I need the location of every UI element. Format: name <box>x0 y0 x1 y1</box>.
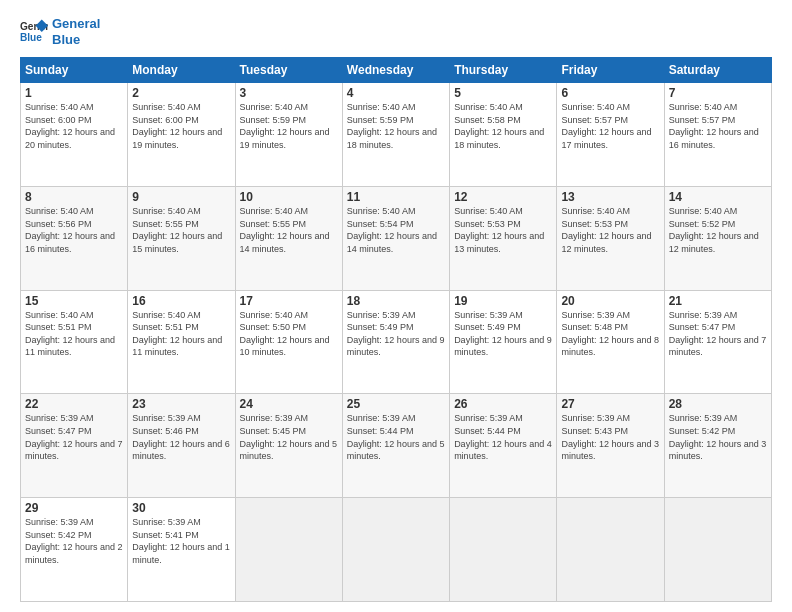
calendar-cell: 8 Sunrise: 5:40 AM Sunset: 5:56 PM Dayli… <box>21 186 128 290</box>
day-number: 24 <box>240 397 338 411</box>
day-info: Sunrise: 5:40 AM Sunset: 5:54 PM Dayligh… <box>347 205 445 255</box>
day-number: 17 <box>240 294 338 308</box>
day-number: 5 <box>454 86 552 100</box>
calendar-cell <box>664 498 771 602</box>
day-number: 3 <box>240 86 338 100</box>
calendar-cell: 16 Sunrise: 5:40 AM Sunset: 5:51 PM Dayl… <box>128 290 235 394</box>
day-number: 16 <box>132 294 230 308</box>
calendar-cell: 14 Sunrise: 5:40 AM Sunset: 5:52 PM Dayl… <box>664 186 771 290</box>
day-number: 1 <box>25 86 123 100</box>
day-info: Sunrise: 5:40 AM Sunset: 5:53 PM Dayligh… <box>454 205 552 255</box>
day-info: Sunrise: 5:39 AM Sunset: 5:44 PM Dayligh… <box>347 412 445 462</box>
day-info: Sunrise: 5:40 AM Sunset: 5:50 PM Dayligh… <box>240 309 338 359</box>
day-info: Sunrise: 5:40 AM Sunset: 5:56 PM Dayligh… <box>25 205 123 255</box>
col-friday: Friday <box>557 58 664 83</box>
day-info: Sunrise: 5:39 AM Sunset: 5:43 PM Dayligh… <box>561 412 659 462</box>
day-number: 15 <box>25 294 123 308</box>
calendar-cell: 18 Sunrise: 5:39 AM Sunset: 5:49 PM Dayl… <box>342 290 449 394</box>
calendar-header-row: Sunday Monday Tuesday Wednesday Thursday… <box>21 58 772 83</box>
day-info: Sunrise: 5:40 AM Sunset: 5:55 PM Dayligh… <box>240 205 338 255</box>
header: General Blue GeneralBlue <box>20 16 772 47</box>
calendar-cell: 21 Sunrise: 5:39 AM Sunset: 5:47 PM Dayl… <box>664 290 771 394</box>
calendar-cell: 15 Sunrise: 5:40 AM Sunset: 5:51 PM Dayl… <box>21 290 128 394</box>
logo: General Blue GeneralBlue <box>20 16 100 47</box>
calendar-cell: 23 Sunrise: 5:39 AM Sunset: 5:46 PM Dayl… <box>128 394 235 498</box>
day-info: Sunrise: 5:40 AM Sunset: 5:59 PM Dayligh… <box>240 101 338 151</box>
calendar-cell: 9 Sunrise: 5:40 AM Sunset: 5:55 PM Dayli… <box>128 186 235 290</box>
day-info: Sunrise: 5:40 AM Sunset: 5:53 PM Dayligh… <box>561 205 659 255</box>
day-info: Sunrise: 5:39 AM Sunset: 5:47 PM Dayligh… <box>25 412 123 462</box>
day-number: 21 <box>669 294 767 308</box>
col-wednesday: Wednesday <box>342 58 449 83</box>
day-number: 13 <box>561 190 659 204</box>
day-info: Sunrise: 5:39 AM Sunset: 5:44 PM Dayligh… <box>454 412 552 462</box>
day-info: Sunrise: 5:39 AM Sunset: 5:42 PM Dayligh… <box>669 412 767 462</box>
day-number: 8 <box>25 190 123 204</box>
calendar-cell: 19 Sunrise: 5:39 AM Sunset: 5:49 PM Dayl… <box>450 290 557 394</box>
day-info: Sunrise: 5:40 AM Sunset: 5:58 PM Dayligh… <box>454 101 552 151</box>
col-saturday: Saturday <box>664 58 771 83</box>
calendar-cell: 1 Sunrise: 5:40 AM Sunset: 6:00 PM Dayli… <box>21 83 128 187</box>
calendar-cell <box>450 498 557 602</box>
calendar-cell: 28 Sunrise: 5:39 AM Sunset: 5:42 PM Dayl… <box>664 394 771 498</box>
day-number: 12 <box>454 190 552 204</box>
calendar-cell: 25 Sunrise: 5:39 AM Sunset: 5:44 PM Dayl… <box>342 394 449 498</box>
day-info: Sunrise: 5:40 AM Sunset: 5:57 PM Dayligh… <box>561 101 659 151</box>
week-row-4: 22 Sunrise: 5:39 AM Sunset: 5:47 PM Dayl… <box>21 394 772 498</box>
day-number: 9 <box>132 190 230 204</box>
day-info: Sunrise: 5:39 AM Sunset: 5:49 PM Dayligh… <box>347 309 445 359</box>
day-number: 23 <box>132 397 230 411</box>
week-row-1: 1 Sunrise: 5:40 AM Sunset: 6:00 PM Dayli… <box>21 83 772 187</box>
col-tuesday: Tuesday <box>235 58 342 83</box>
col-sunday: Sunday <box>21 58 128 83</box>
day-number: 22 <box>25 397 123 411</box>
day-number: 6 <box>561 86 659 100</box>
calendar-cell: 29 Sunrise: 5:39 AM Sunset: 5:42 PM Dayl… <box>21 498 128 602</box>
day-info: Sunrise: 5:40 AM Sunset: 5:51 PM Dayligh… <box>132 309 230 359</box>
calendar-cell: 3 Sunrise: 5:40 AM Sunset: 5:59 PM Dayli… <box>235 83 342 187</box>
calendar-cell: 30 Sunrise: 5:39 AM Sunset: 5:41 PM Dayl… <box>128 498 235 602</box>
day-info: Sunrise: 5:39 AM Sunset: 5:49 PM Dayligh… <box>454 309 552 359</box>
calendar-cell: 4 Sunrise: 5:40 AM Sunset: 5:59 PM Dayli… <box>342 83 449 187</box>
calendar-cell: 20 Sunrise: 5:39 AM Sunset: 5:48 PM Dayl… <box>557 290 664 394</box>
calendar-cell: 26 Sunrise: 5:39 AM Sunset: 5:44 PM Dayl… <box>450 394 557 498</box>
day-info: Sunrise: 5:40 AM Sunset: 5:51 PM Dayligh… <box>25 309 123 359</box>
day-number: 18 <box>347 294 445 308</box>
day-info: Sunrise: 5:40 AM Sunset: 5:59 PM Dayligh… <box>347 101 445 151</box>
day-info: Sunrise: 5:39 AM Sunset: 5:48 PM Dayligh… <box>561 309 659 359</box>
week-row-2: 8 Sunrise: 5:40 AM Sunset: 5:56 PM Dayli… <box>21 186 772 290</box>
day-number: 26 <box>454 397 552 411</box>
day-number: 10 <box>240 190 338 204</box>
calendar-cell: 5 Sunrise: 5:40 AM Sunset: 5:58 PM Dayli… <box>450 83 557 187</box>
calendar-cell: 24 Sunrise: 5:39 AM Sunset: 5:45 PM Dayl… <box>235 394 342 498</box>
day-info: Sunrise: 5:39 AM Sunset: 5:47 PM Dayligh… <box>669 309 767 359</box>
calendar-cell: 22 Sunrise: 5:39 AM Sunset: 5:47 PM Dayl… <box>21 394 128 498</box>
day-number: 4 <box>347 86 445 100</box>
day-info: Sunrise: 5:40 AM Sunset: 6:00 PM Dayligh… <box>25 101 123 151</box>
day-number: 2 <box>132 86 230 100</box>
calendar-cell: 27 Sunrise: 5:39 AM Sunset: 5:43 PM Dayl… <box>557 394 664 498</box>
calendar-cell: 12 Sunrise: 5:40 AM Sunset: 5:53 PM Dayl… <box>450 186 557 290</box>
day-info: Sunrise: 5:39 AM Sunset: 5:46 PM Dayligh… <box>132 412 230 462</box>
day-number: 27 <box>561 397 659 411</box>
svg-text:Blue: Blue <box>20 32 42 43</box>
day-number: 28 <box>669 397 767 411</box>
day-info: Sunrise: 5:40 AM Sunset: 6:00 PM Dayligh… <box>132 101 230 151</box>
day-info: Sunrise: 5:39 AM Sunset: 5:41 PM Dayligh… <box>132 516 230 566</box>
week-row-5: 29 Sunrise: 5:39 AM Sunset: 5:42 PM Dayl… <box>21 498 772 602</box>
day-info: Sunrise: 5:40 AM Sunset: 5:57 PM Dayligh… <box>669 101 767 151</box>
day-info: Sunrise: 5:40 AM Sunset: 5:55 PM Dayligh… <box>132 205 230 255</box>
day-info: Sunrise: 5:39 AM Sunset: 5:45 PM Dayligh… <box>240 412 338 462</box>
calendar-cell: 17 Sunrise: 5:40 AM Sunset: 5:50 PM Dayl… <box>235 290 342 394</box>
day-number: 19 <box>454 294 552 308</box>
day-info: Sunrise: 5:40 AM Sunset: 5:52 PM Dayligh… <box>669 205 767 255</box>
logo-text: GeneralBlue <box>52 16 100 47</box>
calendar-cell: 11 Sunrise: 5:40 AM Sunset: 5:54 PM Dayl… <box>342 186 449 290</box>
day-number: 11 <box>347 190 445 204</box>
calendar-cell: 6 Sunrise: 5:40 AM Sunset: 5:57 PM Dayli… <box>557 83 664 187</box>
calendar-cell <box>557 498 664 602</box>
day-number: 20 <box>561 294 659 308</box>
calendar-cell: 13 Sunrise: 5:40 AM Sunset: 5:53 PM Dayl… <box>557 186 664 290</box>
calendar-cell <box>235 498 342 602</box>
page: General Blue GeneralBlue Sunday Monday T… <box>0 0 792 612</box>
